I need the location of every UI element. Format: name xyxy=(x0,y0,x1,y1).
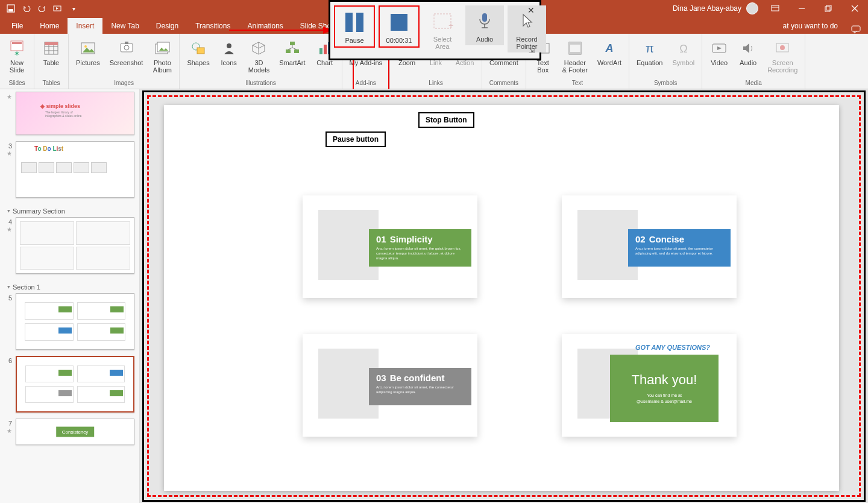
svg-rect-24 xyxy=(125,42,128,44)
svg-rect-6 xyxy=(825,7,830,11)
slide-thumbnail[interactable]: ◆ simple slides The largest library ofin… xyxy=(16,92,134,135)
undo-icon[interactable] xyxy=(22,4,31,13)
svg-point-54 xyxy=(780,45,785,50)
pin-recording-toolbar-button[interactable]: ⇲ xyxy=(529,46,535,55)
redo-icon[interactable] xyxy=(37,4,47,13)
pictures-icon xyxy=(78,39,98,58)
svg-point-21 xyxy=(84,45,87,48)
stop-recording-button[interactable]: 00:00:31 xyxy=(379,5,420,48)
svg-rect-3 xyxy=(772,5,779,11)
slide-thumbnail-panel[interactable]: ★ ◆ simple slides The largest library of… xyxy=(0,89,140,503)
smartart-button[interactable]: SmartArt xyxy=(275,36,309,69)
restore-button[interactable] xyxy=(815,0,841,17)
user-name: Dina Jane Abay-abay xyxy=(673,4,741,13)
workspace: ★ ◆ simple slides The largest library of… xyxy=(0,89,868,503)
svg-rect-32 xyxy=(294,49,299,53)
new-slide-icon: ✶ xyxy=(7,39,27,58)
start-from-beginning-icon[interactable] xyxy=(53,4,63,13)
qat-dropdown-icon[interactable]: ▾ xyxy=(69,4,78,13)
slide-thumbnail[interactable] xyxy=(16,293,134,350)
select-area-button: + Select Area xyxy=(423,5,462,52)
svg-rect-57 xyxy=(482,13,487,22)
symbol-icon: Ω xyxy=(674,39,693,58)
svg-point-29 xyxy=(227,43,231,48)
3d-models-button[interactable]: 3D Models xyxy=(245,36,273,76)
audio-icon xyxy=(738,39,758,58)
symbol-button: ΩSymbol xyxy=(668,36,698,69)
screen-recording-toolbar: Pause 00:00:31 + Select Area Audio Recor… xyxy=(329,0,541,60)
minimize-button[interactable] xyxy=(788,0,815,17)
card-simplicity[interactable]: 01SimplicityArcu lorem ipsum dolor sit a… xyxy=(303,195,477,298)
header-footer-button[interactable]: Header & Footer xyxy=(559,36,591,76)
tab-transitions[interactable]: Transitions xyxy=(187,18,239,34)
tab-home[interactable]: Home xyxy=(31,18,68,34)
screenshot-icon xyxy=(117,39,136,58)
comments-icon[interactable] xyxy=(851,25,861,34)
table-button[interactable]: Table xyxy=(38,36,64,69)
card-thankyou[interactable]: GOT ANY QUESTIONS? Thank you! You can fi… xyxy=(562,334,737,437)
tab-file[interactable]: File xyxy=(3,18,31,34)
tab-newtab[interactable]: New Tab xyxy=(102,18,147,34)
3d-models-icon xyxy=(249,39,268,58)
slide-thumbnail[interactable]: Consistency xyxy=(16,419,134,445)
microphone-icon xyxy=(477,12,492,30)
table-icon xyxy=(42,39,61,58)
wordart-button[interactable]: AWordArt xyxy=(594,36,625,69)
svg-rect-48 xyxy=(569,52,581,54)
svg-text:A: A xyxy=(605,42,613,54)
photo-album-button[interactable]: Photo Album xyxy=(149,36,175,76)
section-header[interactable]: Section 1 xyxy=(5,280,134,293)
card-confident[interactable]: 03Be confidentArcu lorem ipsum dolor sit… xyxy=(303,334,477,437)
shapes-icon xyxy=(189,39,208,58)
pause-recording-button[interactable]: Pause xyxy=(334,5,375,48)
screenshot-button[interactable]: Screenshot xyxy=(106,36,147,69)
section-header[interactable]: Summary Section xyxy=(5,204,134,217)
user-account[interactable]: Dina Jane Abay-abay xyxy=(669,2,762,14)
tab-animations[interactable]: Animations xyxy=(239,18,291,34)
svg-rect-55 xyxy=(434,14,451,28)
ribbon-display-options-icon[interactable] xyxy=(762,0,788,17)
slide-canvas[interactable]: 01SimplicityArcu lorem ipsum dolor sit a… xyxy=(140,89,868,503)
record-pointer-button[interactable]: Record Pointer xyxy=(508,5,546,52)
tell-me-search[interactable]: at you want to do xyxy=(777,18,844,34)
svg-rect-53 xyxy=(776,43,788,52)
audio-button[interactable]: Audio xyxy=(735,36,761,69)
svg-rect-36 xyxy=(319,48,322,54)
record-audio-button[interactable]: Audio xyxy=(465,5,504,45)
tab-design[interactable]: Design xyxy=(148,18,187,34)
slide-thumbnail-current[interactable] xyxy=(16,356,134,413)
svg-rect-30 xyxy=(290,42,295,45)
svg-rect-7 xyxy=(826,5,831,10)
save-icon[interactable] xyxy=(6,4,16,13)
pause-icon xyxy=(345,13,363,32)
slide-thumbnail[interactable] xyxy=(16,217,134,274)
icons-button[interactable]: Icons xyxy=(216,36,242,69)
icons-icon xyxy=(219,39,239,58)
wordart-icon: A xyxy=(600,39,619,58)
svg-text:+: + xyxy=(448,21,453,30)
svg-rect-10 xyxy=(852,26,860,31)
pictures-button[interactable]: Pictures xyxy=(72,36,104,69)
new-slide-button[interactable]: ✶New Slide xyxy=(4,36,30,76)
svg-rect-28 xyxy=(197,48,204,54)
close-button[interactable] xyxy=(841,0,868,17)
card-concise[interactable]: 02ConciseArcu lorem ipsum dolor sit amet… xyxy=(562,195,737,298)
svg-rect-22 xyxy=(121,43,133,52)
header-footer-icon xyxy=(565,39,585,58)
annotation-pause-label: Pause button xyxy=(326,131,386,147)
tab-insert[interactable]: Insert xyxy=(68,18,102,34)
close-recording-toolbar-button[interactable]: ✕ xyxy=(527,5,535,15)
video-icon xyxy=(709,39,729,58)
svg-rect-47 xyxy=(569,42,581,45)
recording-timer: 00:00:31 xyxy=(386,37,412,44)
shapes-button[interactable]: Shapes xyxy=(183,36,213,69)
video-button[interactable]: Video xyxy=(706,36,732,69)
equation-button[interactable]: πEquation xyxy=(633,36,666,69)
svg-rect-1 xyxy=(8,9,13,11)
photo-album-icon xyxy=(153,39,172,58)
slide-thumbnail[interactable]: To Do List xyxy=(16,141,134,198)
svg-rect-37 xyxy=(324,45,327,54)
slide[interactable]: 01SimplicityArcu lorem ipsum dolor sit a… xyxy=(164,105,839,491)
svg-text:π: π xyxy=(646,42,654,55)
svg-rect-19 xyxy=(45,42,58,45)
